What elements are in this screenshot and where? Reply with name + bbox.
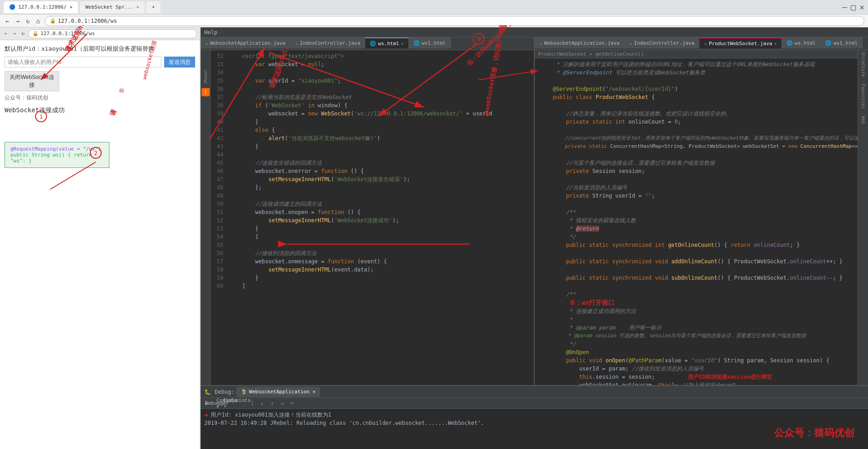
code-box: @RequestMapping(value = "/ws") public St… (5, 142, 109, 168)
browser-tab-new[interactable]: + (146, 1, 160, 13)
web-label: Web (861, 116, 866, 124)
r-line-31: * 连接建立成功调用的方法 (535, 307, 858, 315)
code-line-36: 36 (211, 85, 534, 93)
refresh-button[interactable]: ↻ (24, 16, 31, 26)
tab-r-label-5: ws1.html (833, 40, 858, 46)
tab-r-label-4: ws.html (795, 40, 816, 46)
jrebel-sidebar: JRebel J (201, 50, 211, 385)
send-button[interactable]: 发送消息 (164, 57, 195, 68)
tab-favicon: 🔵 (9, 4, 16, 10)
browser-tab-localhost[interactable]: 🔵 127.0.0.1:12006/ × (4, 1, 78, 13)
code-line-35: 35 var userId = "xiaoyou001"; (211, 77, 534, 85)
tab-r-ws-html[interactable]: 🌐 ws.html (782, 37, 821, 48)
divider-1 (244, 400, 245, 407)
tab-r-label-3: ProductWebSocket.java (709, 41, 772, 47)
forward-button[interactable]: → (14, 16, 21, 26)
r-line-1: * 注解的值将用于监听用户连接的终端访问URL地址，客户端可以通过这个URL来接… (535, 60, 858, 68)
close-websocket-button[interactable]: 关闭WebSocket连接 (5, 71, 59, 91)
address-bar[interactable]: 🔒 127.0.0.1:12006/ws (45, 16, 864, 26)
console-line-1: ◀ 用户Id: xiaoyou001加入连接！当前在线数为1 (204, 411, 864, 419)
tab-r-ws1-html[interactable]: 🌐 ws1.html (821, 37, 863, 48)
left-code-editor[interactable]: 32 <script type="text/javascript"> 33 va… (211, 50, 534, 385)
left-forward[interactable]: → (11, 30, 18, 37)
svg-text:1: 1 (39, 114, 42, 120)
tab-r-websocket-app[interactable]: ☕ WebsocketApplication.java (535, 37, 625, 48)
html-file-icon: 🌐 (370, 41, 376, 47)
r-line-36b: @OnOpen (535, 348, 858, 356)
endpoints-tab[interactable]: Endpoints ⚡ (232, 399, 242, 408)
html-file-icon-r2: 🌐 (825, 40, 832, 46)
home-button[interactable]: ⌂ (34, 16, 41, 26)
back-button[interactable]: ← (4, 16, 11, 26)
tab-websocket-application[interactable]: 🍃 WebsocketApplication × (236, 387, 320, 397)
r-line-29: /** (535, 290, 858, 298)
window-maximize[interactable]: □ (851, 2, 856, 12)
code-line-54: 54 ] (211, 233, 534, 241)
left-address-bar[interactable]: 🔒 127.0.0.1:12006/ws (28, 29, 197, 38)
code-line-57: 57 websocket.onmessage = function (event… (211, 257, 534, 266)
evaluate-btn[interactable]: ⌨ (288, 399, 297, 408)
left-refresh[interactable]: ↻ (20, 30, 26, 37)
r-line-10: //concurrent包的线程安全Set，用来存放每个客户端对应的MyWebS… (535, 134, 858, 142)
run-to-cursor-btn[interactable]: ⇥ (278, 399, 287, 408)
r-line-7: //静态变量，用来记录当前在线连接数。也把它设计成线程安全的。 (535, 110, 858, 118)
right-pane-tabs: ☕ WebsocketApplication.java ☕ IndexContr… (535, 37, 868, 50)
code-line-34: 34 (211, 68, 534, 77)
editor-tabs-bar: ☕ WebsocketApplication.java ☕ IndexContr… (201, 37, 868, 50)
window-close[interactable]: × (859, 2, 864, 12)
r-line-4: @ServerEndpoint("/websocket/{userId}") (535, 85, 858, 93)
code-line-55: 55 (211, 241, 534, 249)
code-line-52: 52 setMessageInnerHTML('WebSocket连接成功'); (211, 216, 534, 224)
left-code-pane: 32 <script type="text/javascript"> 33 va… (211, 50, 535, 385)
code-line-38: 38 if ('WebSocket' in window) { (211, 101, 534, 110)
jrebel-icon: J (202, 88, 210, 96)
code-line-47: 47 setMessageInnerHTML('WebSocket连接发生错误'… (211, 175, 534, 183)
tab-r-index-controller[interactable]: ☕ IndexController.java (625, 37, 699, 48)
user-id-label: 默认用户id：xiaoyou001（后期可以根据业务逻辑替换 (5, 45, 195, 53)
code-line-59: 59 } (211, 274, 534, 282)
code-snippet-box: @RequestMapping(value = "/ws") public St… (5, 142, 195, 168)
help-menu[interactable]: Help (204, 29, 217, 36)
left-back[interactable]: ← (3, 30, 10, 37)
tab-index-controller[interactable]: ☕ IndexController.java (290, 37, 365, 48)
svg-text:非: 非 (118, 87, 125, 94)
browser-tab-websocket[interactable]: WebSocket Spr... × (80, 1, 145, 13)
debug-icon: 🐛 (204, 389, 211, 395)
r-line-5: public class ProductWebSocket { (535, 93, 858, 101)
right-code-editor[interactable]: * 注解的值将用于监听用户连接的终端访问URL地址，客户端可以通过这个URL来接… (535, 58, 858, 385)
console-text-2: 2019-07-22 16:49:28 JRebel: Reloading cl… (204, 420, 484, 426)
java-file-icon-r2: ☕ (629, 40, 632, 46)
receiver-input[interactable] (5, 57, 161, 68)
r-line-15 (535, 175, 858, 183)
code-line-2: public String ws() { return "ws": } (10, 152, 103, 164)
r-line-38b: userId = param; //接收到发送消息的人员编号 (535, 365, 858, 373)
r-line-3 (535, 77, 858, 85)
step-out-btn[interactable]: ↑ (268, 399, 277, 408)
window-minimize[interactable]: — (842, 2, 847, 12)
r-line-2: * @ServerEndpoint 可以把当前类变成WebSocket服务类 (535, 68, 858, 77)
public-number-label: 公众号：猿码优创 (5, 94, 195, 102)
right-code-pane: ProductWebSocket > getOnlineCount() * 注解… (535, 50, 858, 385)
code-line-56: 56 //接收到消息的回调方法 (211, 249, 534, 257)
tab-r-close[interactable]: × (774, 41, 777, 46)
tab-close-ws[interactable]: × (401, 41, 404, 46)
code-line-39: 39 websocket = new WebSocket('ws://127.0… (211, 110, 534, 118)
tab-websocket-app[interactable]: ☕ WebsocketApplication.java (201, 37, 290, 48)
r-line-12 (535, 151, 858, 159)
tab-ws1-html[interactable]: 🌐 ws1.html (409, 37, 451, 48)
structure-label: Structure (861, 52, 866, 77)
step-over-btn[interactable]: ⤵ (248, 399, 257, 408)
code-line-60: 60 ] (211, 282, 534, 290)
tab-ws-html[interactable]: 🌐 ws.html × (365, 37, 408, 48)
step-into-btn[interactable]: ↓ (258, 399, 267, 408)
r-line-28 (535, 282, 858, 290)
r-line-16: //当前发消息的人员编号 (535, 183, 858, 192)
browser-tab-bar: 🔵 127.0.0.1:12006/ × WebSocket Spr... × … (0, 0, 868, 15)
r-line-9 (535, 126, 858, 134)
tab-r-product-websocket[interactable]: ☕ ProductWebSocket.java × (699, 37, 782, 48)
tab-r-label: WebsocketApplication.java (544, 40, 620, 46)
r-line-32b: * (535, 315, 858, 324)
tab-close-icon[interactable]: × (136, 5, 139, 10)
spring-icon: 🍃 (241, 389, 247, 395)
breadcrumb-bar: ProductWebSocket > getOnlineCount() (535, 50, 858, 58)
